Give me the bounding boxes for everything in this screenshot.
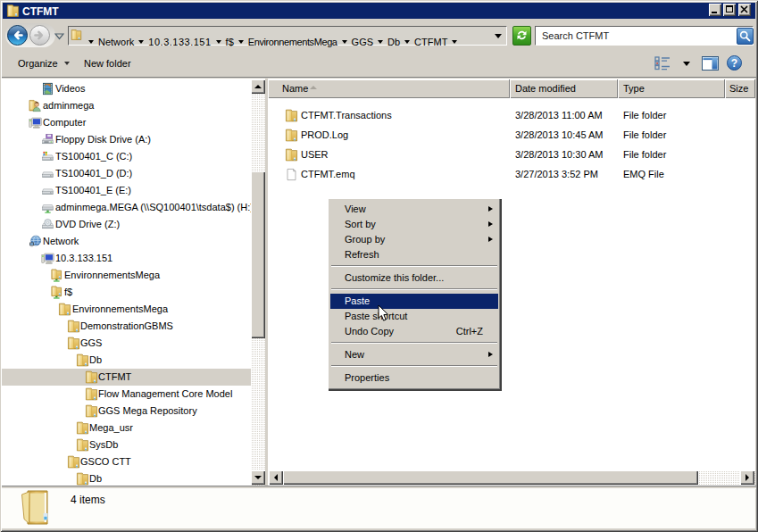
svg-text:?: ? xyxy=(731,57,737,70)
